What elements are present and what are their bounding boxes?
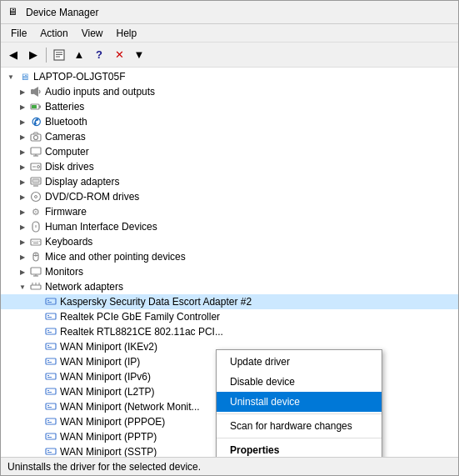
svg-rect-11 [31,148,41,154]
icon-diskdrives [29,160,42,173]
forward-button[interactable]: ▶ [24,46,42,64]
context-menu-scan-changes[interactable]: Scan for hardware changes [217,416,382,436]
expand-icon-dvd: ▶ [16,190,29,203]
icon-realtek-rtl [44,325,57,338]
help-toolbar-button[interactable]: ? [90,46,108,64]
expand-icon-wan-ikev2 [31,340,44,353]
expand-icon-networkadapters: ▼ [16,280,29,293]
tree-item-kaspersky[interactable]: Kaspersky Security Data Escort Adapter #… [1,294,458,309]
icon-firmware: ⚙ [29,205,42,218]
svg-rect-33 [31,268,41,274]
svg-rect-61 [46,403,56,409]
tree-item-monitors[interactable]: ▶ Monitors [1,264,458,279]
expand-icon-displayadapters: ▶ [16,175,29,188]
label-wan-pppoe: WAN Miniport (PPPOE) [60,416,165,428]
label-root: LAPTOP-OLJGT05F [33,71,125,83]
tree-item-dvd[interactable]: ▶ DVD/CD-ROM drives [1,189,458,204]
label-firmware: Firmware [45,206,87,218]
tree-item-realtek-rtl[interactable]: Realtek RTL8821CE 802.11ac PCI... [1,324,458,339]
expand-icon-root: ▼ [4,70,17,83]
update-driver-toolbar-button[interactable]: ▲ [70,46,88,64]
tree-item-audio[interactable]: ▶ Audio inputs and outputs [1,84,458,99]
svg-marker-5 [34,87,38,97]
label-computer: Computer [45,146,89,158]
svg-rect-43 [46,313,56,319]
tree-item-cameras[interactable]: ▶ Cameras [1,129,458,144]
svg-rect-64 [46,418,56,424]
tree-item-hid[interactable]: ▶ Human Interface Devices [1,219,458,234]
menu-view[interactable]: View [75,26,110,41]
tree-item-batteries[interactable]: ▶ Batteries [1,99,458,114]
content-area: ▼ 🖥 LAPTOP-OLJGT05F ▶ Audio inputs and o… [1,68,458,457]
icon-monitors [29,265,42,278]
icon-realtek-pcie [44,310,57,323]
icon-bluetooth: ✆ [29,115,42,128]
context-menu-uninstall-device[interactable]: Uninstall device [217,392,382,412]
svg-rect-58 [46,388,56,394]
label-diskdrives: Disk drives [45,161,94,173]
label-wan-pptp: WAN Miniport (PPTP) [60,431,157,443]
tree-item-mice[interactable]: ▶ Mice and other pointing devices [1,249,458,264]
expand-icon-monitors: ▶ [16,265,29,278]
back-button[interactable]: ◀ [4,46,22,64]
expand-icon-wan-pptp [31,430,44,443]
label-mice: Mice and other pointing devices [45,251,186,263]
label-monitors: Monitors [45,266,83,278]
svg-rect-46 [46,328,56,334]
label-realtek-rtl: Realtek RTL8821CE 802.11ac PCI... [60,326,223,338]
icon-keyboards [29,235,42,248]
expand-icon-audio: ▶ [16,85,29,98]
context-menu-update-driver[interactable]: Update driver [217,352,382,372]
menu-action[interactable]: Action [33,26,74,41]
tree-item-diskdrives[interactable]: ▶ Disk drives [1,159,458,174]
svg-rect-49 [46,343,56,349]
icon-computer: 🖥 [17,70,31,83]
tree-item-root[interactable]: ▼ 🖥 LAPTOP-OLJGT05F [1,69,458,84]
label-kaspersky: Kaspersky Security Data Escort Adapter #… [60,296,252,308]
svg-point-20 [32,193,41,202]
icon-computer-child [29,145,42,158]
svg-rect-52 [46,358,56,364]
menu-file[interactable]: File [4,26,33,41]
properties-button[interactable] [50,46,68,64]
svg-point-21 [35,196,37,198]
scan-toolbar-button[interactable]: ▼ [130,46,148,64]
menu-help[interactable]: Help [110,26,144,41]
tree-item-computer[interactable]: ▶ Computer [1,144,458,159]
icon-hid [29,220,42,233]
tree-item-firmware[interactable]: ▶ ⚙ Firmware [1,204,458,219]
icon-wan-pptp [44,430,57,443]
expand-icon-keyboards: ▶ [16,235,29,248]
svg-rect-67 [46,433,56,439]
tree-item-realtek-pcie[interactable]: Realtek PCIe GbE Family Controller [1,309,458,324]
svg-rect-24 [31,239,41,245]
context-menu-separator-2 [217,438,382,438]
icon-wan-ipv6 [44,370,57,383]
expand-icon-wan-l2tp [31,385,44,398]
expand-icon-wan-ip [31,355,44,368]
icon-mice [29,250,42,263]
label-audio: Audio inputs and outputs [45,86,155,98]
svg-rect-36 [31,285,41,289]
tree-item-bluetooth[interactable]: ▶ ✆ Bluetooth [1,114,458,129]
expand-icon-wan-sstp [31,445,44,457]
tree-item-networkadapters[interactable]: ▼ Network adapters [1,279,458,294]
svg-rect-19 [32,179,39,183]
label-wan-sstp: WAN Miniport (SSTP) [60,446,157,457]
expand-icon-batteries: ▶ [16,100,29,113]
uninstall-toolbar-button[interactable]: ✕ [110,46,128,64]
svg-point-10 [34,136,38,140]
toolbar-separator-1 [46,48,47,63]
label-displayadapters: Display adapters [45,176,119,188]
context-menu-properties[interactable]: Properties [217,440,382,457]
svg-rect-8 [32,105,37,108]
context-menu-disable-device[interactable]: Disable device [217,372,382,392]
tree-item-keyboards[interactable]: ▶ Keyboards [1,234,458,249]
title-bar-text: Device Manager [26,7,98,18]
tree-item-displayadapters[interactable]: ▶ Display adapters [1,174,458,189]
label-wan-l2tp: WAN Miniport (L2TP) [60,386,155,398]
label-hid: Human Interface Devices [45,221,157,233]
label-batteries: Batteries [45,101,84,113]
status-text: Uninstalls the driver for the selected d… [7,461,201,473]
svg-rect-4 [31,89,34,94]
